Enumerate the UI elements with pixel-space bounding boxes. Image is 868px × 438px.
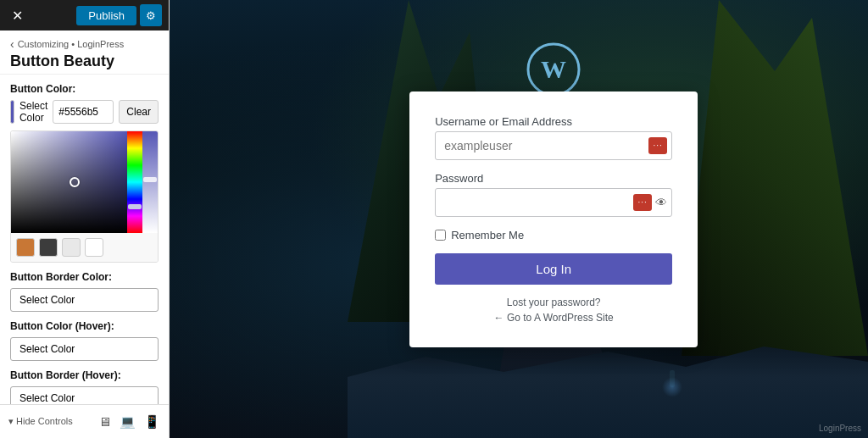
login-links: Lost your password? ← Go to A WordPress … bbox=[435, 297, 672, 324]
lost-password-link[interactable]: Lost your password? bbox=[435, 297, 672, 308]
color-hex-input[interactable] bbox=[53, 100, 114, 124]
back-button[interactable]: ‹ bbox=[10, 37, 14, 51]
svg-text:W: W bbox=[541, 55, 566, 83]
username-field-wrap: ··· bbox=[435, 131, 672, 160]
breadcrumb-area: ‹ Customizing • LoginPress Button Beauty bbox=[0, 30, 169, 75]
hue-slider[interactable] bbox=[127, 131, 142, 233]
swatch-white[interactable] bbox=[85, 238, 103, 257]
button-border-hover-label: Button Border (Hover): bbox=[10, 369, 159, 381]
remember-label: Remember Me bbox=[451, 229, 524, 241]
device-bar: ▾ Hide Controls 🖥 💻 📱 bbox=[0, 404, 169, 438]
clear-button[interactable]: Clear bbox=[119, 100, 159, 124]
hue-thumb bbox=[128, 204, 142, 209]
username-dots-btn[interactable]: ··· bbox=[648, 137, 667, 154]
picker-main bbox=[11, 131, 158, 233]
button-color-row: Select Color Clear bbox=[10, 100, 159, 124]
password-icons: ··· 👁 bbox=[633, 194, 667, 211]
alpha-thumb bbox=[143, 177, 157, 182]
password-dots-btn[interactable]: ··· bbox=[633, 194, 652, 211]
top-bar: ✕ Publish ⚙ bbox=[0, 0, 169, 30]
show-password-btn[interactable]: 👁 bbox=[655, 196, 667, 209]
gradient-area[interactable] bbox=[11, 131, 127, 233]
customizer-panel: ✕ Publish ⚙ ‹ Customizing • LoginPress B… bbox=[0, 0, 170, 438]
breadcrumb-path: Customizing • LoginPress bbox=[18, 39, 125, 49]
button-border-color-label: Button Border Color: bbox=[10, 271, 159, 283]
login-card: Username or Email Address ··· Password ·… bbox=[409, 91, 698, 347]
button-color-swatch[interactable] bbox=[10, 100, 14, 124]
eye-icon: 👁 bbox=[655, 196, 667, 209]
swatch-dark[interactable] bbox=[39, 238, 58, 257]
button-border-color-btn[interactable]: Select Color bbox=[10, 288, 159, 312]
username-label: Username or Email Address bbox=[435, 115, 672, 128]
username-icons: ··· bbox=[648, 137, 667, 154]
password-label: Password bbox=[435, 172, 672, 185]
loginpress-badge: LoginPress bbox=[819, 424, 861, 433]
button-color-hover-btn[interactable]: Select Color bbox=[10, 337, 159, 361]
login-button[interactable]: Log In bbox=[435, 253, 672, 285]
button-color-label: Button Color: bbox=[10, 83, 159, 95]
mobile-icon[interactable]: 📱 bbox=[144, 414, 160, 430]
username-input[interactable] bbox=[435, 131, 672, 160]
page-title: Button Beauty bbox=[10, 53, 159, 70]
color-picker bbox=[10, 130, 159, 263]
select-color-text: Select Color bbox=[19, 100, 47, 124]
publish-area: Publish ⚙ bbox=[76, 4, 162, 26]
alpha-slider[interactable] bbox=[142, 131, 158, 233]
swatch-orange[interactable] bbox=[16, 238, 35, 257]
button-border-hover-btn[interactable]: Select Color bbox=[10, 386, 159, 404]
password-field-wrap: ··· 👁 bbox=[435, 188, 672, 217]
device-icons: 🖥 💻 📱 bbox=[98, 414, 160, 430]
tablet-icon[interactable]: 💻 bbox=[120, 414, 136, 430]
swatch-light[interactable] bbox=[62, 238, 81, 257]
button-color-hover-label: Button Color (Hover): bbox=[10, 320, 159, 332]
figure-light bbox=[662, 377, 682, 397]
preview-area: W Username or Email Address ··· Password… bbox=[170, 0, 868, 438]
panel-content: Button Color: Select Color Clear bbox=[0, 75, 169, 404]
picker-cursor bbox=[70, 177, 80, 187]
publish-button[interactable]: Publish bbox=[76, 6, 136, 25]
wp-logo: W bbox=[526, 42, 581, 97]
color-swatches-row bbox=[11, 233, 158, 262]
remember-checkbox[interactable] bbox=[435, 230, 446, 241]
close-button[interactable]: ✕ bbox=[7, 5, 27, 25]
remember-row: Remember Me bbox=[435, 229, 672, 241]
breadcrumb: ‹ Customizing • LoginPress bbox=[10, 37, 159, 51]
goto-site-link[interactable]: ← Go to A WordPress Site bbox=[435, 312, 672, 324]
desktop-icon[interactable]: 🖥 bbox=[98, 414, 111, 430]
settings-button[interactable]: ⚙ bbox=[140, 4, 162, 26]
hide-controls-button[interactable]: ▾ Hide Controls bbox=[8, 416, 73, 427]
gear-icon: ⚙ bbox=[146, 9, 156, 22]
